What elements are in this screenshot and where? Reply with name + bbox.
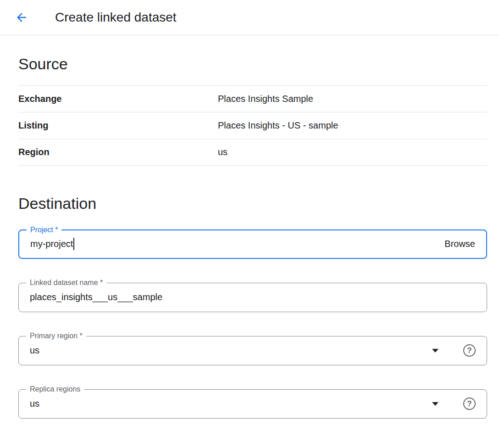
back-button[interactable]	[11, 6, 33, 28]
replica-regions-label: Replica regions	[26, 385, 84, 394]
help-icon[interactable]: ?	[463, 344, 476, 357]
replica-regions-value: us	[30, 398, 39, 409]
primary-region-label: Primary region *	[26, 331, 86, 341]
caret-down-icon	[432, 402, 438, 406]
row-value-exchange: Places Insights Sample	[218, 94, 313, 104]
page-title: Create linked dataset	[55, 10, 177, 25]
linked-dataset-name-field[interactable]: Linked dataset name * places_insights___…	[18, 283, 487, 312]
row-value-region: us	[218, 147, 227, 157]
project-field[interactable]: Project * my-project Browse	[18, 230, 487, 259]
linked-dataset-name-value[interactable]: places_insights___us___sample	[30, 292, 162, 302]
row-label-listing: Listing	[18, 120, 218, 131]
header: Create linked dataset	[0, 0, 499, 35]
primary-region-select[interactable]: Primary region * us ?	[18, 336, 487, 365]
linked-dataset-name-label: Linked dataset name *	[26, 278, 106, 287]
arrow-back-icon	[15, 11, 28, 24]
row-label-region: Region	[18, 147, 218, 157]
row-label-exchange: Exchange	[18, 94, 218, 104]
table-row: Region us	[18, 139, 487, 166]
caret-down-icon	[432, 349, 438, 353]
help-icon[interactable]: ?	[463, 398, 476, 410]
primary-region-value: us	[30, 345, 39, 356]
browse-button[interactable]: Browse	[444, 239, 475, 249]
text-cursor	[73, 238, 74, 250]
project-input-value[interactable]: my-project	[30, 239, 73, 249]
replica-regions-select[interactable]: Replica regions us ?	[18, 389, 487, 419]
table-row: Exchange Places Insights Sample	[18, 86, 487, 112]
source-heading: Source	[18, 55, 487, 73]
table-row: Listing Places Insights - US - sample	[18, 112, 487, 139]
source-table: Exchange Places Insights Sample Listing …	[18, 85, 487, 166]
project-field-label: Project *	[27, 225, 61, 235]
content: Source Exchange Places Insights Sample L…	[18, 55, 487, 419]
row-value-listing: Places Insights - US - sample	[218, 120, 338, 131]
destination-heading: Destination	[18, 194, 487, 213]
